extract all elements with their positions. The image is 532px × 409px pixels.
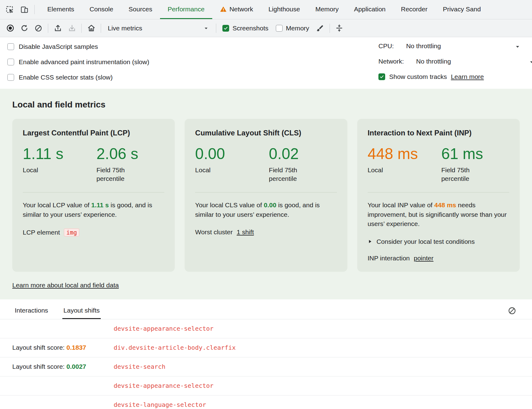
inp-card-title: Interaction to Next Paint (INP)	[368, 129, 509, 137]
tab-network[interactable]: Network	[212, 0, 261, 19]
layout-shift-row[interactable]: Layout shift score: 0.0027 devsite-searc…	[0, 357, 532, 376]
lcp-description: Your local LCP value of 1.11 s is good, …	[23, 201, 164, 219]
tab-memory[interactable]: Memory	[308, 0, 346, 19]
panel-tabs: Elements Console Sources Performance Net…	[40, 0, 488, 19]
gc-brush-button[interactable]	[314, 22, 327, 35]
screenshots-checkbox[interactable]	[222, 25, 229, 32]
worst-cluster-label: Worst cluster	[195, 228, 233, 236]
tab-label: Memory	[315, 6, 339, 13]
learn-more-link[interactable]: Learn more	[451, 73, 484, 80]
tab-label: Network	[229, 6, 253, 13]
shift-node-link[interactable]: devsite-language-selector	[114, 401, 532, 408]
worst-cluster-link[interactable]: 1 shift	[237, 228, 254, 236]
screenshots-label: Screenshots	[233, 25, 268, 32]
tab-privacy-sandbox[interactable]: Privacy Sand	[435, 0, 489, 19]
advanced-paint-label: Enable advanced paint instrumentation (s…	[19, 58, 149, 66]
disable-js-samples-checkbox[interactable]	[7, 43, 14, 50]
devtools-window: Elements Console Sources Performance Net…	[0, 0, 532, 409]
divider	[34, 5, 35, 14]
lcp-element-node-link[interactable]: img	[64, 228, 79, 236]
local-field-metrics-panel: Local and field metrics Largest Contentf…	[0, 89, 532, 299]
tab-elements[interactable]: Elements	[40, 0, 82, 19]
disable-js-samples-label: Disable JavaScript samples	[19, 43, 98, 50]
css-selector-stats-checkbox[interactable]	[7, 74, 14, 81]
desc-text: Your local LCP value of	[23, 201, 91, 208]
record-button[interactable]	[4, 22, 17, 35]
tab-recorder[interactable]: Recorder	[393, 0, 435, 19]
cpu-throttling-select[interactable]: No throttling	[406, 42, 441, 50]
lcp-values: 1.11 s Local 2.06 s Field 75th percentil…	[23, 146, 164, 183]
tab-performance[interactable]: Performance	[160, 0, 212, 19]
lcp-field-label: Field 75th percentile	[96, 166, 143, 183]
inp-values: 448 ms Local 61 ms Field 75th percentile	[368, 146, 509, 183]
network-label: Network:	[378, 58, 404, 65]
block-icon	[508, 306, 516, 315]
shift-score: Layout shift score: 0.1837	[12, 344, 114, 351]
layout-shift-row[interactable]: Layout shift score: 0.1837 div.devsite-a…	[0, 338, 532, 357]
advanced-paint-checkbox[interactable]	[7, 59, 14, 65]
download-profile-button[interactable]	[65, 22, 78, 35]
tab-sources[interactable]: Sources	[121, 0, 160, 19]
shift-node-link[interactable]: devsite-appearance-selector	[114, 382, 532, 389]
chevron-down-icon[interactable]	[528, 59, 532, 65]
tab-label: Performance	[168, 6, 205, 13]
memory-checkbox-group[interactable]: Memory	[273, 25, 312, 32]
screenshots-checkbox-group[interactable]: Screenshots	[219, 25, 272, 32]
divider	[101, 24, 101, 33]
tab-label: Privacy Sand	[443, 6, 481, 13]
shift-node-link[interactable]: devsite-search	[114, 363, 532, 370]
upload-profile-button[interactable]	[51, 22, 64, 35]
layout-shift-row[interactable]: devsite-language-selector	[0, 395, 532, 409]
inp-description: Your local INP value of 448 ms needs imp…	[368, 201, 509, 228]
chevron-down-icon	[203, 25, 209, 31]
metric-card-cls: Cumulative Layout Shift (CLS) 0.00 Local…	[185, 119, 347, 272]
worst-cluster-row: Worst cluster 1 shift	[195, 228, 337, 236]
shift-node-link[interactable]: devsite-appearance-selector	[114, 325, 532, 332]
chevron-down-icon[interactable]	[514, 43, 521, 50]
inp-interaction-link[interactable]: pointer	[414, 255, 433, 262]
inp-field-block: 61 ms Field 75th percentile	[441, 146, 487, 183]
live-metrics-select[interactable]: Live metrics	[104, 25, 213, 32]
learn-more-local-field-link[interactable]: Learn more about local and field data	[12, 282, 119, 289]
device-toolbar-icon[interactable]	[18, 3, 31, 16]
disclosure-label: Consider your local test conditions	[377, 238, 475, 245]
tab-layout-shifts[interactable]: Layout shifts	[62, 307, 101, 319]
tab-interactions[interactable]: Interactions	[14, 307, 49, 319]
show-custom-tracks-checkbox[interactable]	[378, 73, 385, 80]
tab-label: Lighthouse	[268, 6, 300, 13]
divider	[23, 192, 164, 193]
metric-card-inp: Interaction to Next Paint (INP) 448 ms L…	[357, 119, 520, 272]
clear-log-button[interactable]	[506, 304, 518, 317]
cls-description: Your local CLS value of 0.00 is good, an…	[195, 201, 337, 219]
cpu-throttling-row: CPU: No throttling	[378, 38, 532, 54]
local-test-conditions-disclosure[interactable]: Consider your local test conditions	[368, 238, 509, 245]
brush-icon	[316, 24, 324, 32]
tab-lighthouse[interactable]: Lighthouse	[261, 0, 308, 19]
shift-score-value: 0.1837	[66, 344, 86, 351]
collapse-sections-button[interactable]	[333, 22, 346, 35]
network-throttling-select[interactable]: No throttling	[416, 58, 451, 65]
desc-value: 1.11 s	[91, 201, 109, 208]
tool-icons	[0, 0, 40, 19]
lcp-element-row: LCP element img	[23, 228, 164, 236]
layout-shift-row[interactable]: devsite-appearance-selector	[0, 319, 532, 338]
capture-settings: Disable JavaScript samples Enable advanc…	[0, 37, 532, 89]
cls-field-value: 0.02	[269, 146, 315, 162]
tab-application[interactable]: Application	[346, 0, 393, 19]
lcp-card-title: Largest Contentful Paint (LCP)	[23, 129, 164, 137]
tab-console[interactable]: Console	[82, 0, 121, 19]
collapse-icon	[335, 24, 343, 32]
device-icon	[20, 6, 29, 14]
live-metrics-label: Live metrics	[108, 25, 142, 32]
shift-node-link[interactable]: div.devsite-article-body.clearfix	[114, 344, 532, 351]
clear-button[interactable]	[32, 22, 45, 35]
inspect-element-icon[interactable]	[3, 3, 16, 16]
layout-shift-row[interactable]: devsite-appearance-selector	[0, 376, 532, 395]
home-button[interactable]	[85, 22, 98, 35]
inp-field-value: 61 ms	[441, 146, 487, 162]
memory-checkbox[interactable]	[276, 25, 283, 32]
reload-and-record-button[interactable]	[18, 22, 31, 35]
cls-values: 0.00 Local 0.02 Field 75th percentile	[195, 146, 337, 183]
reload-icon	[20, 24, 29, 32]
show-custom-tracks-row[interactable]: Show custom tracks Learn more	[378, 69, 532, 84]
